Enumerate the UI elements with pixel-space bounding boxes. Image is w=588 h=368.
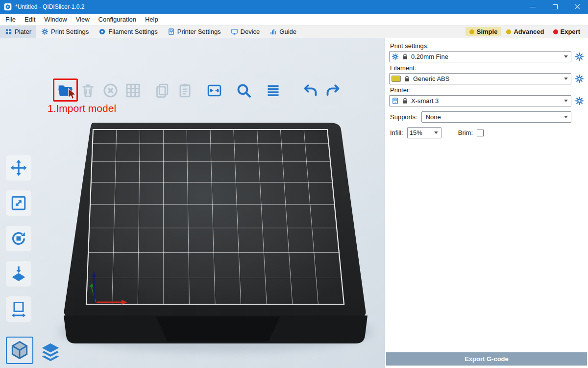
window-controls <box>522 0 588 14</box>
menu-file[interactable]: File <box>1 14 20 25</box>
gear-icon <box>392 53 399 60</box>
minimize-icon <box>530 7 536 7</box>
printer-label: Printer: <box>390 86 584 94</box>
menu-help[interactable]: Help <box>141 14 163 25</box>
print-settings-combo[interactable]: 0.20mm Fine <box>389 51 571 62</box>
rotate-icon <box>10 230 27 247</box>
mode-simple[interactable]: Simple <box>466 27 502 36</box>
circle-x-icon <box>102 82 119 99</box>
mode-label: Advanced <box>514 28 544 35</box>
scale-button[interactable] <box>6 190 31 216</box>
chevron-down-icon <box>564 55 568 58</box>
print-settings-label: Print settings: <box>390 42 584 50</box>
chevron-down-icon <box>434 131 438 134</box>
infill-label: Infill: <box>390 129 403 136</box>
close-icon <box>574 4 580 10</box>
redo-arrow-icon <box>325 82 341 99</box>
chevron-down-icon <box>564 100 568 102</box>
tab-label: Filament Settings <box>108 28 157 35</box>
rotate-button[interactable] <box>6 226 31 251</box>
filament-combo[interactable]: Generic ABS <box>389 73 571 84</box>
paste-button[interactable] <box>175 80 195 100</box>
gear-icon <box>41 28 49 35</box>
tab-device[interactable]: Device <box>226 26 265 38</box>
brim-checkbox[interactable] <box>477 130 484 136</box>
qidislicer-window: *Untitled - QIDISlicer-1.0.2 File Edit W… <box>0 0 588 368</box>
editor-view-button[interactable] <box>6 337 33 364</box>
menu-edit[interactable]: Edit <box>20 14 40 25</box>
tab-guide[interactable]: Guide <box>265 26 301 38</box>
tab-plater[interactable]: Plater <box>0 26 36 38</box>
tab-label: Device <box>241 28 260 35</box>
undo-button[interactable] <box>300 80 320 100</box>
move-button[interactable] <box>6 155 31 181</box>
measure-button[interactable] <box>6 296 31 322</box>
mode-label: Expert <box>561 28 580 35</box>
menu-window[interactable]: Window <box>40 14 71 25</box>
menu-view[interactable]: View <box>72 14 94 25</box>
mouse-cursor-icon <box>65 87 78 101</box>
filament-gear-button[interactable] <box>575 74 584 83</box>
tab-label: Print Settings <box>51 28 89 35</box>
printer-icon <box>168 28 175 35</box>
guide-icon <box>270 28 277 35</box>
viewport-3d[interactable]: 1.Import model <box>0 38 385 368</box>
delete-all-button[interactable] <box>100 80 120 100</box>
menu-configuration[interactable]: Configuration <box>94 14 141 25</box>
undo-arrow-icon <box>302 82 318 99</box>
chevron-down-icon <box>564 116 568 118</box>
printer-combo[interactable]: X-smart 3 <box>389 95 571 106</box>
advanced-mode-dot-icon <box>506 29 511 34</box>
maximize-icon <box>553 4 558 9</box>
tab-label: Plater <box>15 28 31 35</box>
minimize-button[interactable] <box>522 0 544 14</box>
print-settings-value: 0.20mm Fine <box>411 53 562 60</box>
print-settings-gear-button[interactable] <box>575 52 584 61</box>
tab-label: Guide <box>279 28 296 35</box>
tab-print-settings[interactable]: Print Settings <box>36 26 94 38</box>
supports-combo[interactable]: None <box>421 111 571 123</box>
chevron-down-icon <box>564 78 568 80</box>
bed-handle-notch <box>156 316 280 342</box>
export-gcode-button[interactable]: Export G-code <box>386 352 587 366</box>
arrange-button[interactable] <box>123 80 143 100</box>
lock-icon <box>401 97 409 105</box>
settings-panel: Print settings: 0.20mm Fine Filament: Ge… <box>385 38 588 368</box>
view-switch <box>6 337 62 364</box>
paste-icon <box>177 82 193 99</box>
supports-label: Supports: <box>390 113 417 121</box>
filament-value: Generic ABS <box>413 75 562 82</box>
redo-button[interactable] <box>323 80 343 100</box>
trash-icon <box>80 82 96 99</box>
maximize-button[interactable] <box>544 0 566 14</box>
mode-expert[interactable]: Expert <box>549 27 584 36</box>
layers-icon <box>39 342 62 364</box>
list-icon <box>265 82 281 99</box>
brim-label: Brim: <box>458 129 473 136</box>
copy-button[interactable] <box>152 80 172 100</box>
lock-icon <box>403 75 411 82</box>
supports-value: None <box>424 113 562 121</box>
place-on-face-button[interactable] <box>6 261 31 287</box>
mode-advanced[interactable]: Advanced <box>502 27 548 36</box>
menu-bar: File Edit Window View Configuration Help <box>0 14 588 26</box>
window-title: *Untitled - QIDISlicer-1.0.2 <box>15 3 84 10</box>
mode-switcher: Simple Advanced Expert <box>466 26 588 38</box>
plater-icon <box>5 28 12 35</box>
close-button[interactable] <box>566 0 588 14</box>
grid-icon <box>125 82 141 99</box>
search-button[interactable] <box>234 80 253 100</box>
tab-label: Printer Settings <box>177 28 221 35</box>
tab-printer-settings[interactable]: Printer Settings <box>163 26 226 38</box>
printer-gear-button[interactable] <box>575 96 584 105</box>
delete-button[interactable] <box>78 80 98 100</box>
infill-combo[interactable]: 15% <box>407 127 441 138</box>
object-list-button[interactable] <box>263 80 283 100</box>
filament-icon <box>98 28 106 35</box>
filament-color-swatch <box>392 76 401 82</box>
app-logo-icon <box>4 3 12 11</box>
split-objects-button[interactable] <box>204 80 224 100</box>
preview-view-button[interactable] <box>39 342 62 364</box>
printer-value: X-smart 3 <box>411 97 562 105</box>
tab-filament-settings[interactable]: Filament Settings <box>94 26 162 38</box>
